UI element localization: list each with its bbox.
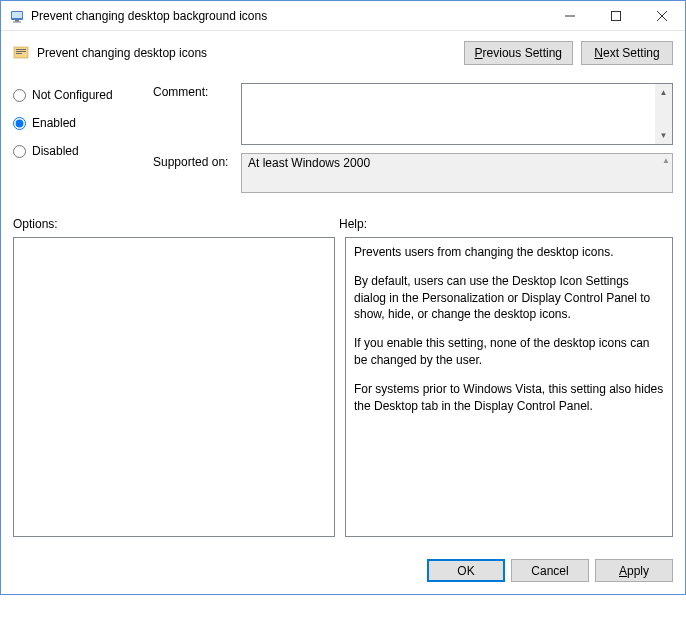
policy-icon (13, 45, 29, 61)
apply-button[interactable]: Apply (595, 559, 673, 582)
comment-textarea[interactable]: ▲ ▼ (241, 83, 673, 145)
footer: OK Cancel Apply (1, 547, 685, 594)
svg-rect-5 (612, 11, 621, 20)
scroll-up-small-icon: ▲ (662, 156, 670, 165)
help-p4: For systems prior to Windows Vista, this… (354, 381, 664, 415)
radio-enabled[interactable]: Enabled (13, 111, 153, 135)
supported-on-value: At least Windows 2000 (242, 154, 672, 172)
scroll-down-icon[interactable]: ▼ (655, 127, 672, 144)
svg-rect-2 (15, 20, 19, 22)
radio-disabled[interactable]: Disabled (13, 139, 153, 163)
radio-not-configured-label: Not Configured (32, 88, 113, 102)
radio-disabled-input[interactable] (13, 145, 26, 158)
svg-rect-1 (12, 12, 22, 18)
options-pane (13, 237, 335, 537)
help-p1: Prevents users from changing the desktop… (354, 244, 664, 261)
comment-value (242, 84, 672, 88)
supported-on-box: At least Windows 2000 ▲ (241, 153, 673, 193)
next-setting-button[interactable]: Next Setting (581, 41, 673, 65)
minimize-button[interactable] (547, 1, 593, 31)
supported-label: Supported on: (153, 153, 241, 193)
help-pane: Prevents users from changing the desktop… (345, 237, 673, 537)
close-button[interactable] (639, 1, 685, 31)
radio-disabled-label: Disabled (32, 144, 79, 158)
svg-rect-3 (13, 21, 21, 22)
help-label: Help: (339, 217, 367, 231)
policy-title: Prevent changing desktop icons (37, 46, 456, 60)
svg-rect-8 (14, 47, 28, 58)
comment-label: Comment: (153, 83, 241, 145)
app-icon (9, 8, 25, 24)
svg-rect-10 (16, 51, 26, 52)
comment-scrollbar[interactable]: ▲ ▼ (655, 84, 672, 144)
cancel-button[interactable]: Cancel (511, 559, 589, 582)
window-title: Prevent changing desktop background icon… (31, 9, 547, 23)
previous-setting-button[interactable]: Previous Setting (464, 41, 573, 65)
maximize-button[interactable] (593, 1, 639, 31)
radio-enabled-label: Enabled (32, 116, 76, 130)
scroll-up-icon[interactable]: ▲ (655, 84, 672, 101)
options-label: Options: (13, 217, 339, 231)
radio-enabled-input[interactable] (13, 117, 26, 130)
ok-button[interactable]: OK (427, 559, 505, 582)
titlebar: Prevent changing desktop background icon… (1, 1, 685, 31)
radio-not-configured[interactable]: Not Configured (13, 83, 153, 107)
svg-rect-11 (16, 53, 22, 54)
svg-rect-9 (16, 49, 26, 50)
help-p2: By default, users can use the Desktop Ic… (354, 273, 664, 323)
help-p3: If you enable this setting, none of the … (354, 335, 664, 369)
dialog-window: Prevent changing desktop background icon… (0, 0, 686, 595)
radio-not-configured-input[interactable] (13, 89, 26, 102)
